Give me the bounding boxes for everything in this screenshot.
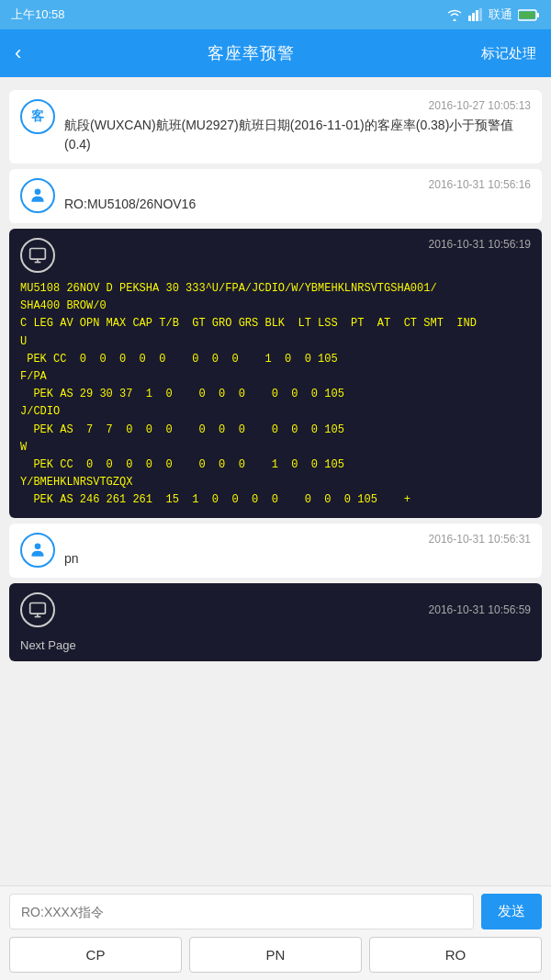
input-row: 发送	[9, 894, 542, 929]
avatar	[20, 533, 55, 568]
svg-rect-3	[479, 8, 482, 21]
message-time: 2016-10-31 10:56:31	[64, 533, 531, 546]
signal-icon	[468, 8, 483, 21]
message-body: 2016-10-31 10:56:16 RO:MU5108/26NOV16	[64, 178, 531, 214]
carrier-label: 联通	[489, 6, 512, 23]
list-item: 2016-10-31 10:56:59 Next Page	[9, 583, 542, 661]
svg-rect-2	[476, 10, 478, 21]
quick-buttons: CP PN RO	[9, 937, 542, 973]
svg-point-7	[35, 189, 41, 196]
back-button[interactable]: ‹	[15, 41, 21, 65]
message-list: 客 2016-10-27 10:05:13 航段(WUXCAN)航班(MU292…	[0, 77, 551, 885]
page-title: 客座率预警	[208, 42, 295, 64]
battery-icon	[518, 9, 540, 21]
person-icon	[28, 541, 47, 559]
avatar	[20, 238, 55, 273]
message-time: 2016-10-27 10:05:13	[64, 99, 531, 112]
monitor-icon	[28, 246, 47, 265]
terminal-content: MU5108 26NOV D PEKSHA 30 333^U/FPA/JCDIO…	[20, 280, 531, 509]
message-text: 航段(WUXCAN)航班(MU2927)航班日期(2016-11-01)的客座率…	[64, 116, 531, 154]
wifi-icon	[446, 8, 463, 21]
message-time: 2016-10-31 10:56:19	[429, 238, 531, 251]
svg-rect-5	[537, 13, 540, 17]
status-bar: 上午10:58 联通	[0, 0, 551, 29]
svg-rect-8	[30, 249, 46, 260]
terminal-header: 2016-10-31 10:56:59	[20, 592, 531, 631]
mark-action-button[interactable]: 标记处理	[481, 45, 536, 62]
list-item: 客 2016-10-27 10:05:13 航段(WUXCAN)航班(MU292…	[9, 90, 542, 163]
message-text: pn	[64, 549, 531, 569]
message-time: 2016-10-31 10:56:16	[64, 178, 531, 191]
svg-point-11	[35, 544, 41, 550]
message-time: 2016-10-31 10:56:59	[429, 603, 531, 616]
svg-rect-0	[468, 16, 471, 21]
send-button[interactable]: 发送	[481, 894, 542, 929]
message-text: RO:MU5108/26NOV16	[64, 195, 531, 214]
command-input[interactable]	[9, 894, 474, 929]
person-icon	[28, 186, 47, 205]
svg-rect-1	[472, 13, 475, 21]
status-icons: 联通	[446, 6, 540, 23]
message-body: 2016-10-27 10:05:13 航段(WUXCAN)航班(MU2927)…	[64, 99, 531, 154]
terminal-header: 2016-10-31 10:56:19	[20, 238, 531, 273]
ro-button[interactable]: RO	[369, 937, 542, 973]
list-item: 2016-10-31 10:56:19 MU5108 26NOV D PEKSH…	[9, 229, 542, 518]
next-page-label: Next Page	[20, 638, 76, 652]
svg-rect-12	[30, 603, 46, 614]
svg-rect-6	[520, 11, 535, 18]
status-time: 上午10:58	[11, 6, 65, 23]
avatar: 客	[20, 99, 55, 134]
cp-button[interactable]: CP	[9, 937, 182, 973]
message-body: 2016-10-31 10:56:31 pn	[64, 533, 531, 569]
pn-button[interactable]: PN	[189, 937, 362, 973]
next-page-content: Next Page	[20, 638, 531, 652]
bottom-bar: 发送 CP PN RO	[0, 885, 551, 980]
monitor-icon	[28, 601, 47, 619]
avatar	[20, 178, 55, 213]
avatar	[20, 592, 55, 627]
list-item: 2016-10-31 10:56:31 pn	[9, 524, 542, 578]
app-header: ‹ 客座率预警 标记处理	[0, 29, 551, 77]
list-item: 2016-10-31 10:56:16 RO:MU5108/26NOV16	[9, 169, 542, 223]
